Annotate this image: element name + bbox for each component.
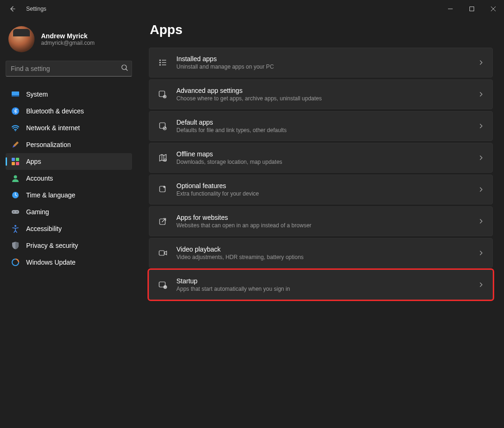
search-icon xyxy=(121,64,128,71)
svg-rect-6 xyxy=(12,158,15,161)
card-text: Video playback Video adjustments, HDR st… xyxy=(176,246,304,260)
svg-rect-8 xyxy=(12,162,15,165)
chevron-right-icon xyxy=(478,155,484,161)
account-icon xyxy=(11,174,20,182)
chevron-right-icon xyxy=(478,218,484,224)
svg-point-1 xyxy=(122,65,126,70)
paintbrush-icon xyxy=(11,140,20,149)
close-button[interactable] xyxy=(483,0,504,18)
settings-card-list: Installed apps Uninstall and manage apps… xyxy=(149,48,493,300)
sidebar-nav: System Bluetooth & devices Network & int… xyxy=(6,86,132,271)
bluetooth-icon xyxy=(11,107,20,115)
installed-apps-icon xyxy=(158,57,168,68)
svg-point-19 xyxy=(160,64,161,65)
card-desc: Downloads, storage location, map updates xyxy=(176,159,282,165)
back-button[interactable] xyxy=(5,1,20,16)
close-icon xyxy=(491,7,496,11)
card-desc: Uninstall and manage apps on your PC xyxy=(176,63,274,70)
card-installed-apps[interactable]: Installed apps Uninstall and manage apps… xyxy=(149,48,493,77)
card-title: Optional features xyxy=(176,182,259,189)
sidebar-item-label: Time & language xyxy=(26,191,75,199)
sidebar-item-personalization[interactable]: Personalization xyxy=(6,136,132,153)
startup-icon xyxy=(158,280,168,290)
main-content: Apps Installed apps Uninstall and manage… xyxy=(138,18,504,428)
sidebar-item-label: System xyxy=(26,91,48,98)
back-arrow-icon xyxy=(8,5,16,13)
svg-rect-12 xyxy=(12,210,19,214)
card-startup[interactable]: Startup Apps that start automatically wh… xyxy=(149,270,493,300)
window-controls xyxy=(440,0,504,18)
card-title: Installed apps xyxy=(176,55,274,63)
accessibility-icon xyxy=(11,225,20,233)
sidebar: Andrew Myrick admyrick@gmail.com System … xyxy=(0,18,138,428)
card-offline-maps[interactable]: Offline maps Downloads, storage location… xyxy=(149,143,493,173)
titlebar: Settings xyxy=(0,0,504,18)
svg-rect-3 xyxy=(12,95,19,97)
card-desc: Video adjustments, HDR streaming, batter… xyxy=(176,254,304,260)
profile-section[interactable]: Andrew Myrick admyrick@gmail.com xyxy=(6,22,132,61)
svg-point-13 xyxy=(14,211,14,212)
map-icon xyxy=(158,153,168,163)
sidebar-item-label: Privacy & security xyxy=(26,242,78,249)
sidebar-item-label: Apps xyxy=(26,158,41,165)
card-text: Apps for websites Websites that can open… xyxy=(176,214,311,229)
avatar xyxy=(8,26,35,52)
sidebar-item-time-language[interactable]: Time & language xyxy=(6,187,132,203)
svg-rect-27 xyxy=(159,251,164,255)
system-icon xyxy=(11,90,20,98)
svg-point-18 xyxy=(160,62,161,63)
svg-rect-28 xyxy=(159,282,165,287)
svg-point-17 xyxy=(160,60,161,61)
svg-rect-0 xyxy=(470,7,474,11)
sidebar-item-system[interactable]: System xyxy=(6,86,132,103)
sidebar-item-network[interactable]: Network & internet xyxy=(6,119,132,136)
svg-rect-9 xyxy=(16,162,19,165)
optional-features-icon xyxy=(158,184,168,195)
sidebar-item-privacy[interactable]: Privacy & security xyxy=(6,237,132,254)
shield-icon xyxy=(11,241,20,250)
svg-point-10 xyxy=(14,175,17,179)
card-video-playback[interactable]: Video playback Video adjustments, HDR st… xyxy=(149,238,493,268)
sidebar-item-accounts[interactable]: Accounts xyxy=(6,170,132,187)
gamepad-icon xyxy=(11,208,20,216)
card-desc: Websites that can open in an app instead… xyxy=(176,222,311,229)
chevron-right-icon xyxy=(478,250,484,256)
chevron-right-icon xyxy=(478,282,484,288)
card-title: Video playback xyxy=(176,246,304,253)
chevron-right-icon xyxy=(478,91,484,97)
search-input[interactable] xyxy=(6,61,132,77)
card-title: Startup xyxy=(176,277,290,285)
default-apps-icon xyxy=(158,121,168,131)
advanced-settings-icon xyxy=(158,89,168,99)
maximize-button[interactable] xyxy=(461,0,483,18)
clock-globe-icon xyxy=(11,191,20,199)
video-icon xyxy=(158,248,168,258)
sidebar-item-gaming[interactable]: Gaming xyxy=(6,203,132,220)
search-wrap xyxy=(6,61,132,77)
svg-point-5 xyxy=(15,130,16,131)
minimize-button[interactable] xyxy=(440,0,461,18)
wifi-icon xyxy=(11,124,20,132)
card-default-apps[interactable]: Default apps Defaults for file and link … xyxy=(149,111,493,141)
sidebar-item-label: Windows Update xyxy=(26,259,76,266)
sidebar-item-label: Bluetooth & devices xyxy=(26,107,84,115)
sidebar-item-bluetooth[interactable]: Bluetooth & devices xyxy=(6,103,132,119)
chevron-right-icon xyxy=(478,187,484,192)
card-apps-for-websites[interactable]: Apps for websites Websites that can open… xyxy=(149,206,493,236)
card-text: Offline maps Downloads, storage location… xyxy=(176,150,282,165)
card-advanced-app-settings[interactable]: Advanced app settings Choose where to ge… xyxy=(149,79,493,109)
sidebar-item-apps[interactable]: Apps xyxy=(6,153,132,170)
apps-icon xyxy=(11,157,20,166)
sidebar-item-windows-update[interactable]: Windows Update xyxy=(6,254,132,271)
maximize-icon xyxy=(469,7,474,11)
card-title: Offline maps xyxy=(176,150,282,158)
sidebar-item-accessibility[interactable]: Accessibility xyxy=(6,220,132,237)
card-optional-features[interactable]: Optional features Extra functionality fo… xyxy=(149,175,493,204)
card-text: Startup Apps that start automatically wh… xyxy=(176,277,290,292)
card-desc: Defaults for file and link types, other … xyxy=(176,127,287,133)
sidebar-item-label: Accounts xyxy=(26,175,53,182)
card-desc: Extra functionality for your device xyxy=(176,190,259,197)
open-external-icon xyxy=(158,216,168,226)
sidebar-item-label: Gaming xyxy=(26,208,49,216)
card-title: Default apps xyxy=(176,119,287,126)
